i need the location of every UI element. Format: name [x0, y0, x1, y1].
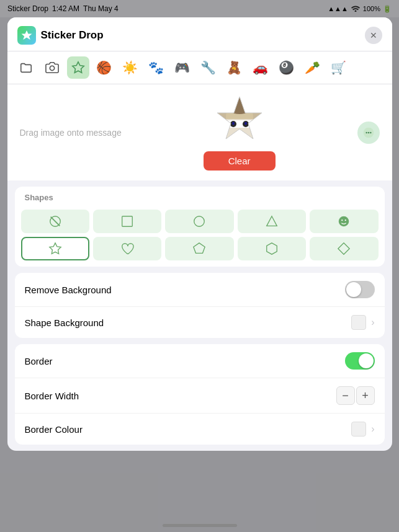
chat-bubble-icon[interactable] [357, 122, 380, 144]
svg-point-2 [50, 66, 54, 70]
modal-panel: Sticker Drop ✕ 🏀 ☀ [7, 17, 392, 451]
svg-point-16 [365, 131, 367, 133]
paw-icon[interactable]: 🐾 [145, 56, 168, 79]
border-colour-chevron: › [371, 423, 374, 435]
game-icon[interactable]: 🎮 [171, 56, 194, 79]
border-width-minus-button[interactable]: − [336, 386, 355, 405]
svg-marker-27 [50, 243, 61, 254]
modal-backdrop: Sticker Drop ✕ 🏀 ☀ [0, 0, 399, 532]
star-toolbar-icon[interactable] [67, 56, 89, 79]
shapes-section: Shapes [15, 187, 385, 267]
basketball-icon[interactable]: 🏀 [93, 56, 115, 79]
shape-diamond-button[interactable] [310, 237, 378, 260]
border-label: Border [25, 356, 53, 366]
sun-icon[interactable]: ☀️ [119, 56, 141, 79]
svg-point-18 [370, 131, 372, 133]
remove-background-label: Remove Background [25, 285, 112, 295]
border-colour-row: Border Colour › [15, 414, 385, 445]
shape-background-chevron: › [371, 317, 374, 328]
svg-rect-21 [122, 216, 133, 227]
sticker-preview [215, 94, 264, 144]
svg-marker-23 [267, 216, 277, 226]
shape-background-row: Shape Background › [15, 307, 385, 338]
remove-background-row: Remove Background [15, 273, 385, 307]
clear-button[interactable]: Clear [204, 151, 276, 171]
background-settings-section: Remove Background Shape Background › [15, 273, 385, 338]
drag-hint: Drag image onto message [20, 128, 122, 138]
shape-hexagon-button[interactable] [238, 237, 306, 260]
shape-background-right: › [351, 315, 374, 330]
border-toggle[interactable] [345, 352, 375, 370]
shape-face-button[interactable] [310, 210, 378, 233]
folder-icon[interactable] [15, 56, 37, 79]
shape-pentagon-button[interactable] [165, 237, 233, 260]
shape-star-button[interactable] [21, 237, 89, 260]
modal-title: Sticker Drop [41, 29, 104, 42]
preview-column: Clear [204, 94, 276, 171]
border-settings-section: Border Border Width − + Border Colour › [15, 344, 385, 445]
modal-title-row: Sticker Drop [17, 26, 104, 45]
camera-icon[interactable] [41, 56, 63, 79]
svg-point-13 [244, 122, 247, 125]
shapes-grid [15, 205, 385, 267]
svg-point-25 [341, 219, 343, 221]
app-icon [17, 26, 36, 45]
svg-line-20 [50, 217, 60, 226]
shapes-section-title: Shapes [15, 187, 385, 205]
car-icon[interactable]: 🚗 [249, 56, 272, 79]
shape-none-button[interactable] [21, 210, 89, 233]
border-row: Border [15, 344, 385, 378]
svg-point-12 [232, 122, 235, 125]
cart-icon[interactable]: 🛒 [328, 56, 350, 79]
svg-marker-29 [267, 243, 277, 254]
svg-point-26 [345, 219, 346, 221]
ball-icon[interactable]: 🎱 [276, 56, 298, 79]
shape-square-button[interactable] [93, 210, 161, 233]
border-colour-right: › [351, 422, 374, 437]
border-width-plus-button[interactable]: + [356, 386, 375, 405]
shape-background-label: Shape Background [25, 317, 104, 328]
svg-point-7 [226, 97, 253, 114]
shape-heart-button[interactable] [93, 237, 161, 260]
modal-header: Sticker Drop ✕ [7, 17, 392, 51]
border-width-stepper: − + [336, 386, 375, 405]
close-button[interactable]: ✕ [365, 27, 382, 44]
svg-marker-30 [338, 243, 349, 254]
icon-toolbar: 🏀 ☀️ 🐾 🎮 🔧 🧸 🚗 🎱 🥕 🛒 [7, 51, 392, 84]
tools-icon[interactable]: 🔧 [197, 56, 220, 79]
border-colour-swatch[interactable] [351, 422, 366, 437]
svg-point-17 [367, 131, 369, 133]
remove-background-toggle[interactable] [345, 281, 375, 298]
svg-marker-28 [194, 243, 205, 254]
border-width-row: Border Width − + [15, 378, 385, 414]
svg-point-24 [339, 216, 349, 227]
carrot-icon[interactable]: 🥕 [302, 56, 324, 79]
image-area: Drag image onto message [7, 84, 392, 180]
sticker-preview-svg [215, 94, 264, 144]
border-colour-label: Border Colour [25, 424, 83, 435]
shape-triangle-button[interactable] [238, 210, 306, 233]
bear-icon[interactable]: 🧸 [223, 56, 246, 79]
border-width-label: Border Width [25, 391, 79, 401]
home-indicator [163, 524, 237, 527]
shape-background-swatch[interactable] [351, 315, 366, 330]
svg-point-22 [194, 216, 205, 227]
svg-marker-3 [72, 62, 83, 73]
shape-circle-button[interactable] [165, 210, 233, 233]
